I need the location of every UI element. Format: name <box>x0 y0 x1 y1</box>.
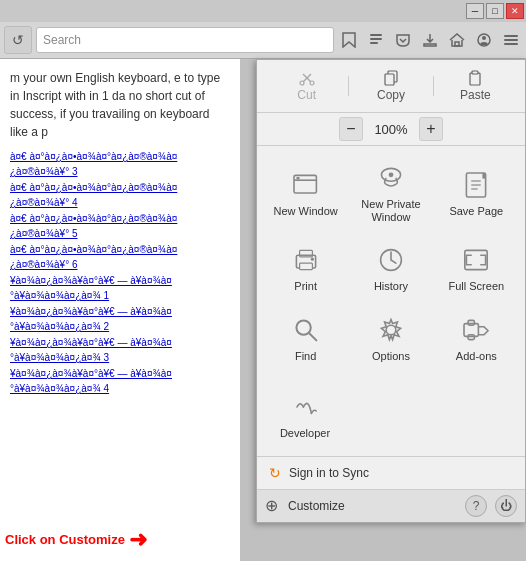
svg-rect-3 <box>370 42 378 44</box>
svg-rect-17 <box>472 71 478 74</box>
svg-line-34 <box>309 333 316 340</box>
developer-item[interactable]: Developer <box>265 383 345 448</box>
customize-label[interactable]: Customize <box>288 499 459 513</box>
svg-rect-1 <box>370 34 382 36</box>
reading-list-icon[interactable] <box>365 29 387 51</box>
svg-rect-28 <box>299 264 312 270</box>
svg-rect-8 <box>504 39 518 41</box>
add-ons-item[interactable]: Add-ons <box>436 306 517 371</box>
svg-rect-20 <box>296 177 299 179</box>
paste-button[interactable]: Paste <box>434 66 517 106</box>
customize-plus-icon: ⊕ <box>265 496 278 515</box>
developer-label: Developer <box>280 427 330 440</box>
minimize-button[interactable]: ─ <box>466 3 484 19</box>
customize-right-buttons: ? ⏻ <box>465 495 517 517</box>
title-bar: ─ □ ✕ <box>0 0 526 22</box>
dropdown-menu: Cut Copy <box>256 59 526 523</box>
save-page-icon <box>460 169 492 201</box>
sign-in-row[interactable]: ↻ Sign in to Sync <box>257 456 525 489</box>
new-window-label: New Window <box>274 205 338 218</box>
find-icon <box>290 314 322 346</box>
zoom-row: − 100% + <box>257 113 525 146</box>
new-private-window-label: New Private Window <box>354 198 427 224</box>
nav-icons <box>338 29 522 51</box>
svg-rect-16 <box>470 73 480 85</box>
new-window-item[interactable]: New Window <box>265 154 346 232</box>
paste-label: Paste <box>460 88 491 102</box>
svg-point-30 <box>310 258 313 261</box>
copy-label: Copy <box>377 88 405 102</box>
sync-icon: ↻ <box>269 465 281 481</box>
print-label: Print <box>294 280 317 293</box>
edit-row: Cut Copy <box>257 60 525 113</box>
browser-chrome: ─ □ ✕ ↺ Search <box>0 0 526 59</box>
click-instruction: Click on Customize ➜ <box>5 523 147 556</box>
download-icon[interactable] <box>419 29 441 51</box>
new-private-window-icon <box>375 162 407 194</box>
developer-row: Developer <box>257 379 525 456</box>
power-button[interactable]: ⏻ <box>495 495 517 517</box>
svg-rect-9 <box>504 43 518 45</box>
instruction-text: Click on Customize <box>5 530 125 550</box>
page-content: m your own English keyboard, e to type i… <box>0 59 240 561</box>
cut-label: Cut <box>297 88 316 102</box>
icon-grid: New Window New Private Window <box>257 146 525 379</box>
arrow-icon: ➜ <box>129 523 147 556</box>
list-item[interactable]: à¤€ à¤°à¤¿à¤•à¤¾à¤°à¤¿à¤®à¤¾à¤¿à¤®à¤¾à¥°… <box>10 211 230 241</box>
find-item[interactable]: Find <box>265 306 346 371</box>
options-item[interactable]: Options <box>350 306 431 371</box>
sync-icon[interactable] <box>473 29 495 51</box>
paste-icon <box>467 70 483 86</box>
copy-button[interactable]: Copy <box>349 66 432 106</box>
print-icon <box>290 244 322 276</box>
home-icon[interactable] <box>446 29 468 51</box>
list-item[interactable]: ¥à¤¾à¤¿à¤¾à¥à¤°à¥€ — à¥à¤¾à¤°à¥à¤¾à¤¾à¤¿… <box>10 366 230 396</box>
new-private-window-item[interactable]: New Private Window <box>350 154 431 232</box>
cut-button[interactable]: Cut <box>265 66 348 106</box>
bookmark-icon[interactable] <box>338 29 360 51</box>
customize-bar: ⊕ Customize ? ⏻ <box>257 489 525 522</box>
svg-point-22 <box>389 172 394 177</box>
link-list: à¤€ à¤°à¤¿à¤•à¤¾à¤°à¤¿à¤®à¤¾à¤¿à¤®à¤¾à¥°… <box>10 149 230 396</box>
nav-bar: ↺ Search <box>0 22 526 58</box>
svg-point-6 <box>482 36 486 40</box>
save-page-label: Save Page <box>449 205 503 218</box>
search-bar[interactable]: Search <box>36 27 334 53</box>
list-item[interactable]: à¤€ à¤°à¤¿à¤•à¤¾à¤°à¤¿à¤®à¤¾à¤¿à¤®à¤¾à¥°… <box>10 149 230 179</box>
svg-point-35 <box>386 325 396 335</box>
menu-icon[interactable] <box>500 29 522 51</box>
list-item[interactable]: ¥à¤¾à¤¿à¤¾à¥à¤°à¥€ — à¥à¤¾à¤°à¥à¤¾à¤¾à¤¿… <box>10 304 230 334</box>
options-label: Options <box>372 350 410 363</box>
list-item[interactable]: ¥à¤¾à¤¿à¤¾à¥à¤°à¥€ — à¥à¤¾à¤°à¥à¤¾à¤¾à¤¿… <box>10 335 230 365</box>
back-icon: ↺ <box>12 32 24 48</box>
svg-rect-7 <box>504 35 518 37</box>
zoom-value: 100% <box>371 122 411 137</box>
restore-button[interactable]: □ <box>486 3 504 19</box>
history-icon <box>375 244 407 276</box>
sign-in-label: Sign in to Sync <box>289 466 369 480</box>
full-screen-item[interactable]: Full Screen <box>436 236 517 301</box>
options-icon <box>375 314 407 346</box>
help-button[interactable]: ? <box>465 495 487 517</box>
svg-rect-4 <box>455 42 459 46</box>
svg-rect-15 <box>385 74 394 85</box>
zoom-in-button[interactable]: + <box>419 117 443 141</box>
svg-rect-38 <box>468 334 474 339</box>
svg-marker-0 <box>343 33 355 47</box>
find-label: Find <box>295 350 316 363</box>
back-button[interactable]: ↺ <box>4 26 32 54</box>
svg-rect-32 <box>465 251 487 270</box>
list-item[interactable]: ¥à¤¾à¤¿à¤¾à¥à¤°à¥€ — à¥à¤¾à¤°à¥à¤¾à¤¾à¤¿… <box>10 273 230 303</box>
list-item[interactable]: à¤€ à¤°à¤¿à¤•à¤¾à¤°à¤¿à¤®à¤¾à¤¿à¤®à¤¾à¥°… <box>10 242 230 272</box>
close-button[interactable]: ✕ <box>506 3 524 19</box>
history-item[interactable]: History <box>350 236 431 301</box>
save-page-item[interactable]: Save Page <box>436 154 517 232</box>
pocket-icon[interactable] <box>392 29 414 51</box>
zoom-out-button[interactable]: − <box>339 117 363 141</box>
copy-icon <box>383 70 399 86</box>
add-ons-label: Add-ons <box>456 350 497 363</box>
scissors-icon <box>299 70 315 86</box>
search-placeholder: Search <box>43 33 81 47</box>
print-item[interactable]: Print <box>265 236 346 301</box>
list-item[interactable]: à¤€ à¤°à¤¿à¤•à¤¾à¤°à¤¿à¤®à¤¾à¤¿à¤®à¤¾à¥°… <box>10 180 230 210</box>
